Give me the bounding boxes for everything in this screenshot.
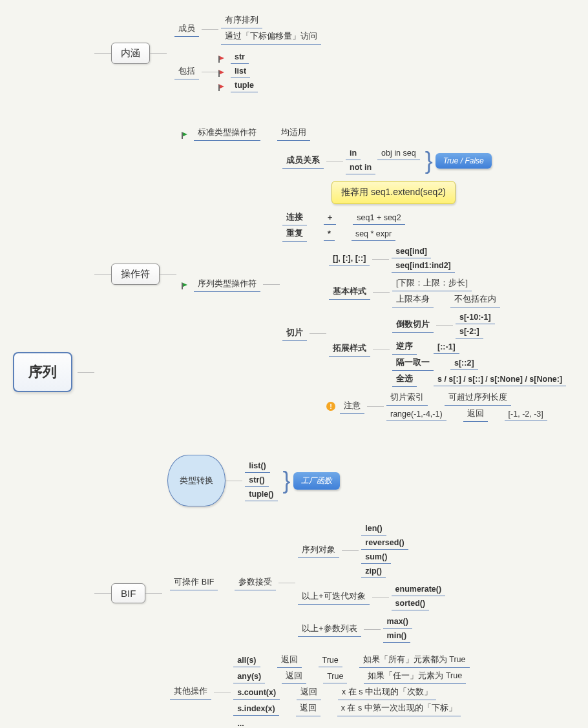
other-op-desc: x 在 s 中第一次出现的「下标」 bbox=[337, 702, 461, 716]
topic-operators[interactable]: 操作符 bbox=[111, 264, 160, 285]
fn-enumerate: enumerate() bbox=[392, 583, 446, 596]
alt-expr: s[::2] bbox=[450, 357, 478, 370]
slice-seqind: seq[ind] bbox=[392, 245, 431, 258]
other-op-ret: 返回 bbox=[282, 669, 306, 684]
other-op-name: ... bbox=[233, 718, 247, 728]
slice-syntax: [], [:], [::] bbox=[329, 253, 370, 265]
brace-icon: } bbox=[425, 155, 433, 167]
other-op-ret: 返回 bbox=[296, 702, 320, 716]
member-ordered: 有序排列 bbox=[221, 14, 262, 28]
upper-note: 不包括在内 bbox=[450, 293, 500, 307]
std-op-note: 均适用 bbox=[277, 126, 310, 141]
include-list: list bbox=[231, 65, 250, 78]
include-str: str bbox=[231, 51, 249, 64]
include-tuple: tuple bbox=[231, 79, 258, 92]
warn2c: [-1, -2, -3] bbox=[505, 408, 547, 421]
basic-style-label: 基本样式 bbox=[329, 285, 370, 300]
other-op-row: all(s)返回True如果「所有」元素都为 True bbox=[231, 653, 472, 668]
warn1b: 可超过序列长度 bbox=[445, 391, 511, 406]
neg1: s[-10:-1] bbox=[456, 311, 495, 324]
members-label: 成员 bbox=[174, 22, 199, 37]
seqobj-label: 序列对象 bbox=[298, 543, 339, 558]
flag-icon bbox=[218, 68, 226, 76]
callout-recommend: 推荐用 seq1.extend(seq2) bbox=[331, 181, 456, 204]
branch-operators: 操作符 标准类型操作符 均适用 序列类型操作符 成员关系 bbox=[94, 125, 569, 422]
callout-factory: 工厂函数 bbox=[293, 472, 340, 490]
branch-connotation: 内涵 成员 有序排列 通过「下标偏移量」访问 包括 str bbox=[94, 13, 569, 93]
other-op-name: all(s) bbox=[233, 654, 260, 667]
rev-label: 逆序 bbox=[392, 340, 417, 355]
concat-expr: seq1 + seq2 bbox=[353, 212, 404, 225]
flag-icon bbox=[218, 82, 226, 90]
notin-label: not in bbox=[346, 161, 375, 174]
branches: 内涵 成员 有序排列 通过「下标偏移量」访问 包括 str bbox=[94, 13, 569, 728]
std-op-label: 标准类型操作符 bbox=[194, 126, 260, 141]
fn-zip: zip() bbox=[361, 565, 386, 578]
concat-label: 连接 bbox=[282, 211, 307, 225]
repeat-label: 重复 bbox=[282, 227, 307, 242]
includes-label: 包括 bbox=[174, 65, 199, 79]
other-op-desc: 如果「所有」元素都为 True bbox=[359, 653, 470, 668]
other-op-desc: x 在 s 中出现的「次数」 bbox=[338, 685, 436, 700]
fn-max: max() bbox=[383, 616, 412, 629]
neg2: s[-2:] bbox=[456, 326, 483, 338]
flag-icon bbox=[182, 130, 189, 138]
basic-note: [下限：上限：步长] bbox=[392, 276, 472, 291]
param-accept-label: 参数接受 bbox=[235, 576, 276, 590]
other-op-val: True bbox=[319, 654, 342, 667]
flag-icon bbox=[182, 280, 189, 288]
ext-style-label: 拓展样式 bbox=[329, 342, 370, 357]
fn-reversed: reversed() bbox=[361, 537, 408, 550]
typeconv-str: str() bbox=[245, 474, 268, 487]
fn-sorted: sorted() bbox=[392, 598, 430, 610]
other-op-name: s.index(x) bbox=[233, 703, 278, 716]
other-op-val: True bbox=[323, 671, 347, 683]
branch-bif: BIF 类型转换 list() str() tuple() } 工厂函数 bbox=[94, 455, 569, 728]
topic-connotation[interactable]: 内涵 bbox=[111, 43, 150, 64]
in-expr: obj in seq bbox=[377, 147, 420, 160]
warn-label: 注意 bbox=[340, 399, 364, 414]
fn-len: len() bbox=[361, 523, 386, 536]
other-op-row: s.index(x)返回x 在 s 中第一次出现的「下标」 bbox=[231, 702, 472, 716]
other-op-desc: 如果「任一」元素为 True bbox=[364, 669, 466, 684]
warning-icon: ! bbox=[326, 402, 335, 411]
other-op-ret: 返回 bbox=[297, 685, 321, 700]
fn-sum: sum() bbox=[361, 551, 391, 564]
other-op-ret: 返回 bbox=[277, 653, 302, 668]
iter-label: 以上+可迭代对象 bbox=[298, 590, 369, 605]
other-op-name: any(s) bbox=[233, 671, 265, 683]
all-expr: s / s[:] / s[::] / s[:None] / s[None:] bbox=[434, 373, 566, 386]
typeconv-label: 类型转换 bbox=[180, 475, 213, 485]
other-op-row: any(s)返回True如果「任一」元素为 True bbox=[231, 669, 472, 684]
typeconv-tuple: tuple() bbox=[245, 488, 277, 501]
warn2b: 返回 bbox=[463, 407, 488, 422]
topic-bif[interactable]: BIF bbox=[111, 583, 145, 603]
concat-op: + bbox=[324, 212, 336, 225]
member-subscript: 通过「下标偏移量」访问 bbox=[221, 30, 321, 45]
slice-label: 切片 bbox=[282, 326, 307, 341]
all-label: 全选 bbox=[392, 372, 417, 387]
mindmap-root: 序列 内涵 成员 有序排列 通过「下标偏移量」访问 包括 bbox=[13, 13, 575, 728]
typeconv-list: list() bbox=[245, 460, 269, 473]
flag-icon bbox=[218, 54, 226, 61]
op-bif-label: 可操作 BIF bbox=[170, 576, 218, 590]
repeat-op: * bbox=[324, 228, 335, 241]
in-label: in bbox=[346, 147, 361, 160]
other-op-row: s.count(x)返回x 在 s 中出现的「次数」 bbox=[231, 685, 472, 700]
warn1a: 切片索引 bbox=[386, 391, 428, 406]
warn2a: range(-1,-4,-1) bbox=[386, 408, 446, 421]
rev-expr: [::-1] bbox=[434, 341, 459, 354]
fn-min: min() bbox=[383, 630, 411, 643]
other-op-row: ... bbox=[231, 718, 472, 728]
typeconv-bubble: 类型转换 bbox=[167, 455, 226, 506]
seq-op-label: 序列类型操作符 bbox=[194, 277, 260, 292]
slice-seqind2: seq[ind1:ind2] bbox=[392, 260, 454, 273]
upper-self: 上限本身 bbox=[392, 293, 434, 307]
root-node[interactable]: 序列 bbox=[13, 352, 72, 392]
other-ops-rows: all(s)返回True如果「所有」元素都为 Trueany(s)返回True如… bbox=[231, 652, 472, 728]
paramlist-label: 以上+参数列表 bbox=[298, 622, 361, 637]
alt-label: 隔一取一 bbox=[392, 356, 434, 371]
other-ops-label: 其他操作 bbox=[170, 685, 211, 700]
brace-icon: } bbox=[283, 475, 291, 486]
repeat-expr: seq * expr bbox=[352, 228, 395, 241]
